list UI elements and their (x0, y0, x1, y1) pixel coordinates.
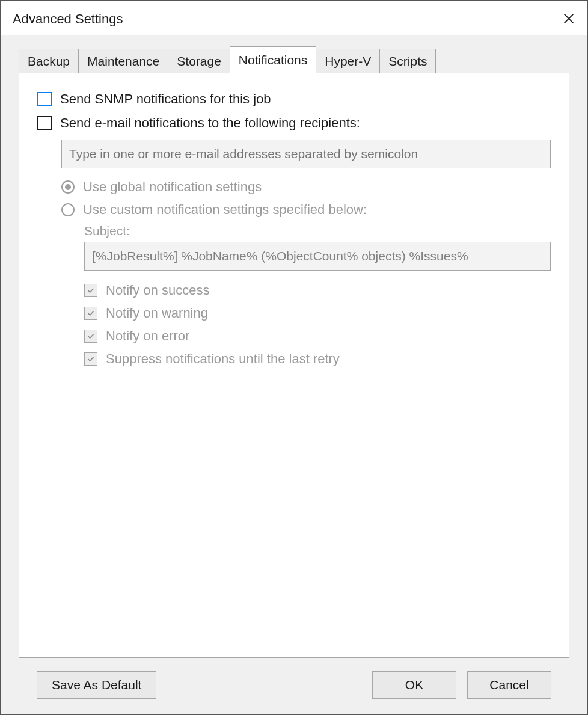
check-icon (87, 352, 95, 366)
notify-warning-row: Notify on warning (84, 305, 551, 321)
notify-success-row: Notify on success (84, 283, 551, 298)
close-button[interactable] (554, 7, 584, 31)
tab-backup[interactable]: Backup (19, 49, 79, 73)
close-icon (562, 12, 575, 25)
save-as-default-button[interactable]: Save As Default (37, 671, 156, 699)
radio-custom[interactable] (61, 203, 75, 216)
check-icon (87, 307, 95, 321)
radio-custom-row: Use custom notification settings specifi… (61, 202, 551, 218)
radio-global[interactable] (61, 180, 75, 194)
suppress-label: Suppress notifications until the last re… (106, 351, 340, 367)
email-input-block (61, 140, 551, 168)
snmp-checkbox[interactable] (37, 92, 52, 106)
notify-error-row: Notify on error (84, 328, 551, 344)
ok-button[interactable]: OK (372, 671, 456, 699)
tabs: Backup Maintenance Storage Notifications… (19, 49, 569, 73)
dialog-footer: Save As Default OK Cancel (19, 658, 569, 714)
notify-warning-checkbox[interactable] (84, 307, 97, 320)
tab-storage[interactable]: Storage (168, 49, 230, 73)
notify-options: Notify on success Notify on warning Noti… (84, 283, 551, 367)
email-label: Send e-mail notifications to the followi… (60, 115, 360, 131)
tab-maintenance[interactable]: Maintenance (78, 49, 168, 73)
tab-hyperv[interactable]: Hyper-V (316, 49, 380, 73)
tab-notifications[interactable]: Notifications (230, 46, 316, 73)
suppress-checkbox[interactable] (84, 352, 97, 366)
cancel-button[interactable]: Cancel (467, 671, 551, 699)
notify-warning-label: Notify on warning (106, 305, 208, 321)
subject-input[interactable] (84, 242, 551, 271)
dialog-body: Backup Maintenance Storage Notifications… (1, 35, 587, 714)
titlebar: Advanced Settings (1, 1, 587, 35)
email-recipients-input[interactable] (61, 140, 551, 168)
subject-block (84, 242, 551, 271)
email-row: Send e-mail notifications to the followi… (37, 115, 551, 131)
check-icon (87, 330, 95, 343)
suppress-row: Suppress notifications until the last re… (84, 351, 551, 367)
tab-page-notifications: Send SNMP notifications for this job Sen… (19, 73, 569, 658)
dialog-title: Advanced Settings (13, 7, 123, 27)
advanced-settings-dialog: Advanced Settings Backup Maintenance Sto… (0, 0, 588, 715)
radio-custom-label: Use custom notification settings specifi… (83, 202, 367, 218)
notify-success-checkbox[interactable] (84, 284, 97, 297)
email-checkbox[interactable] (37, 116, 52, 130)
check-icon (87, 284, 95, 298)
subject-label: Subject: (84, 224, 551, 238)
tab-scripts[interactable]: Scripts (379, 49, 436, 73)
notify-error-label: Notify on error (106, 328, 189, 344)
notify-error-checkbox[interactable] (84, 330, 97, 343)
radio-global-row: Use global notification settings (61, 179, 551, 195)
radio-global-label: Use global notification settings (83, 179, 262, 195)
snmp-label: Send SNMP notifications for this job (60, 91, 271, 107)
notify-success-label: Notify on success (106, 283, 209, 298)
snmp-row: Send SNMP notifications for this job (37, 91, 551, 107)
